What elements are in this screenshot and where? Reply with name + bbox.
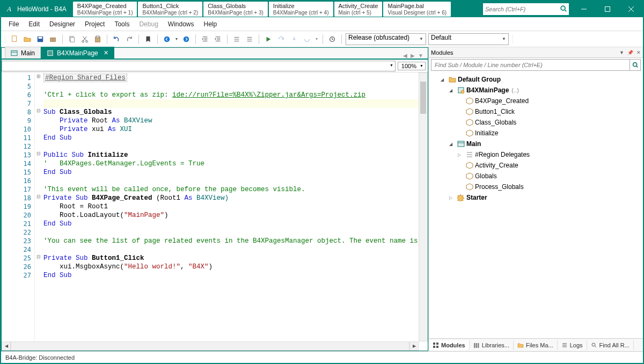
tree-node-sub[interactable]: Activity_Create	[429, 160, 643, 171]
tree-node-module[interactable]: ◢Main	[429, 139, 643, 149]
tree-node-sub[interactable]: Globals	[429, 171, 643, 181]
tree-node-sub[interactable]: Process_Globals	[429, 181, 643, 192]
tree-node-class[interactable]: ◢B4XMainPage(..)	[429, 85, 643, 96]
uncomment-icon[interactable]	[244, 34, 255, 45]
global-search[interactable]	[483, 3, 569, 15]
redo-icon[interactable]	[124, 34, 135, 45]
collapse-icon[interactable]: ⊟	[35, 151, 42, 159]
app-logo-icon: A	[4, 4, 14, 14]
stop-icon[interactable]	[327, 34, 338, 45]
maximize-button[interactable]	[596, 1, 619, 17]
method-icon	[465, 172, 473, 180]
tab-logs[interactable]: Logs	[558, 340, 587, 350]
quick-nav-tab[interactable]: InitializeB4XMainPage (ctrl + 4)	[269, 2, 333, 17]
quick-nav-tab[interactable]: MainPage.balVisual Designer (ctrl + 6)	[383, 2, 451, 17]
run-config-select[interactable]: Default	[428, 33, 509, 45]
editor-tab-main[interactable]: Main	[5, 47, 41, 59]
tab-files[interactable]: Files Ma...	[514, 340, 558, 350]
prev-tab-icon[interactable]: ◀	[403, 53, 407, 59]
horizontal-scrollbar[interactable]: ◀▶	[2, 341, 419, 351]
tree-node-service[interactable]: ▷Starter	[429, 192, 643, 203]
svg-rect-9	[50, 38, 53, 41]
tree-node-region[interactable]: ▷#Region Delegates	[429, 149, 643, 160]
dropdown-arrow-icon[interactable]: ▼	[174, 34, 179, 45]
module-search-input[interactable]	[431, 59, 630, 71]
export-icon[interactable]	[48, 34, 58, 45]
svg-point-58	[592, 343, 595, 346]
minimize-button[interactable]	[572, 1, 596, 17]
collapse-icon[interactable]: ⊟	[35, 108, 42, 117]
close-tab-icon[interactable]: ✕	[104, 49, 108, 56]
zoom-select[interactable]: 100%	[398, 62, 426, 70]
menu-windows[interactable]: Windows	[164, 19, 199, 30]
tab-libraries[interactable]: Libraries...	[470, 340, 514, 350]
tree-node-sub[interactable]: B4XPage_Created	[429, 96, 643, 106]
svg-rect-51	[436, 346, 438, 348]
copy-icon[interactable]	[67, 34, 77, 45]
line-gutter: 1567891011121314151617181920212223242526…	[2, 72, 35, 351]
menu-edit[interactable]: Edit	[24, 19, 44, 30]
tree-node-sub[interactable]: Initialize	[429, 128, 643, 139]
editor-tab-b4xmainpage[interactable]: B4XMainPage ✕	[41, 47, 114, 59]
quick-nav-tab[interactable]: Button1_ClickB4XMainPage (ctrl + 2)	[138, 2, 202, 17]
tab-modules[interactable]: Modules	[429, 340, 470, 350]
nav-back-icon[interactable]	[162, 34, 172, 45]
search-input[interactable]	[485, 6, 560, 12]
editor-tab-label: B4XMainPage	[57, 49, 98, 57]
tab-findall[interactable]: Find All R...	[587, 340, 634, 350]
nav-forward-icon[interactable]	[181, 34, 192, 45]
open-folder-icon[interactable]	[22, 34, 33, 45]
vertical-scrollbar[interactable]	[419, 72, 428, 341]
collapse-icon: ◢	[449, 142, 455, 147]
menu-project[interactable]: Project	[80, 19, 109, 30]
tree-node-group[interactable]: ◢Default Group	[429, 74, 643, 85]
ide-window: A HelloWorld - B4A B4XPage_CreatedB4XMai…	[0, 0, 644, 364]
indent-icon[interactable]	[213, 34, 223, 45]
close-button[interactable]	[619, 1, 643, 17]
separator	[107, 34, 107, 44]
step-into-icon[interactable]	[289, 34, 299, 45]
collapse-icon[interactable]: ⊟	[35, 254, 42, 263]
comment-icon[interactable]	[231, 34, 242, 45]
search-icon[interactable]	[630, 59, 641, 71]
menu-tools[interactable]: Tools	[110, 19, 134, 30]
quick-nav-tab[interactable]: B4XPage_CreatedB4XMainPage (ctrl + 1)	[73, 2, 137, 17]
editor-tabs: Main B4XMainPage ✕ ◀ ▶ ▼	[2, 48, 428, 60]
step-over-icon[interactable]	[276, 34, 287, 45]
collapse-icon[interactable]: ⊟	[35, 194, 42, 202]
tree-node-sub[interactable]: Class_Globals	[429, 117, 643, 128]
code-editor[interactable]: #Region Shared Files 'Ctrl + click to ex…	[42, 72, 428, 351]
dropdown-icon[interactable]: ▼	[619, 50, 624, 55]
tab-menu-icon[interactable]: ▼	[418, 53, 423, 59]
bookmark-icon[interactable]	[143, 34, 153, 45]
method-icon	[465, 97, 473, 105]
svg-rect-3	[605, 7, 610, 12]
close-icon[interactable]: ✕	[636, 50, 641, 55]
status-text: B4A-Bridge: Disconnected	[5, 354, 75, 361]
tree-node-sub[interactable]: Button1_Click	[429, 106, 643, 117]
menu-file[interactable]: File	[4, 19, 23, 30]
build-config-select[interactable]: Release (obfuscated)	[346, 33, 426, 45]
grip-icon	[5, 34, 5, 44]
member-selector[interactable]	[2, 61, 396, 71]
cut-icon[interactable]	[79, 34, 90, 45]
paste-icon[interactable]	[92, 34, 103, 45]
pin-icon[interactable]: 📌	[627, 50, 633, 55]
run-icon[interactable]	[263, 34, 274, 45]
quick-nav-tab[interactable]: Activity_CreateMain (ctrl + 5)	[334, 2, 383, 17]
undo-icon[interactable]	[111, 34, 122, 45]
search-icon[interactable]	[560, 5, 567, 14]
next-tab-icon[interactable]: ▶	[411, 53, 415, 59]
save-icon[interactable]	[35, 34, 46, 45]
separator	[157, 34, 158, 44]
svg-rect-12	[70, 37, 74, 42]
menubar: File Edit Designer Project Tools Debug W…	[1, 17, 643, 31]
step-out-icon[interactable]	[302, 34, 312, 45]
new-file-icon[interactable]	[9, 34, 20, 45]
outdent-icon[interactable]	[200, 34, 210, 45]
menu-help[interactable]: Help	[200, 19, 222, 30]
quick-nav-tab[interactable]: Class_GlobalsB4XMainPage (ctrl + 3)	[203, 2, 268, 17]
dropdown-arrow-icon[interactable]: ▼	[314, 34, 319, 45]
expand-icon[interactable]: ⊞	[35, 74, 42, 82]
menu-designer[interactable]: Designer	[45, 19, 79, 30]
